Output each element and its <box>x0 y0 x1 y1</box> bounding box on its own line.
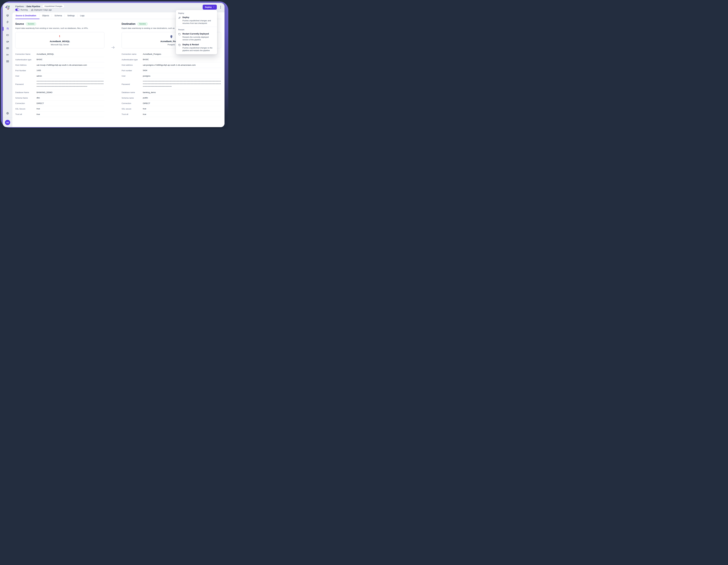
apps-grid-icon <box>6 60 9 63</box>
toggle-knob <box>17 9 19 11</box>
field-label: Schema Name <box>15 95 37 101</box>
field-label: SSL Secure <box>15 106 37 112</box>
status-divider <box>29 9 29 11</box>
field-label: Connection <box>122 101 143 106</box>
panel-icon <box>6 33 9 37</box>
field-row: Trust all true <box>15 112 104 117</box>
source-description: Import data seamlessly from existing or … <box>15 27 104 29</box>
sidebar-item-key[interactable] <box>6 40 9 44</box>
source-connection-name: AcmeBank_MSSQL <box>50 40 70 43</box>
table-icon <box>6 47 9 50</box>
tab-settings[interactable]: Settings <box>65 12 77 19</box>
sidebar-item-pipelines[interactable] <box>6 27 9 31</box>
sidebar-item-apps[interactable] <box>6 60 9 63</box>
field-row: Connection DIRECT <box>122 101 221 106</box>
pipeline-arrows-icon <box>6 27 9 31</box>
field-label: SSL secure <box>122 106 143 112</box>
field-value: uat-postgres.c7o660qyc4qh.ap-south-1.rds… <box>143 62 221 68</box>
flow-arrow <box>104 22 122 117</box>
sidebar-item-settings[interactable] <box>6 112 9 115</box>
tab-schema[interactable]: Schema <box>52 12 65 19</box>
user-avatar[interactable]: VK <box>5 120 10 125</box>
field-label: User <box>15 73 37 79</box>
source-connection-card[interactable]: AcmeBank_MSSQL Microsoft SQL Server <box>15 32 104 48</box>
app-window: VK Pipelines/Data Pipeline Unpublished C… <box>3 3 225 127</box>
mssql-icon <box>58 35 62 39</box>
running-toggle[interactable] <box>15 9 19 11</box>
field-row: Schema Name dbo <box>15 95 104 101</box>
field-label: Schema name <box>122 95 143 101</box>
deploy-restart-icon <box>178 43 181 52</box>
more-menu-button[interactable] <box>219 5 222 9</box>
field-label: Database Name <box>15 90 37 95</box>
deploy-button-label: Deploy <box>205 6 212 8</box>
field-value: public <box>143 95 221 101</box>
field-value: true <box>143 106 221 112</box>
field-row: Authentication type BASIC <box>122 57 221 62</box>
breadcrumb: Pipelines/Data Pipeline <box>15 5 40 8</box>
source-status-badge: Success <box>26 22 36 26</box>
field-value: dbo <box>37 95 104 101</box>
field-value: DIRECT <box>37 101 104 106</box>
postgres-icon <box>169 35 173 39</box>
field-row: Port number 5434 <box>122 68 221 73</box>
menu-item-restart-currently-deployed[interactable]: Restart Currently Deployed Restarts the … <box>176 31 217 42</box>
field-row: User admin <box>15 73 104 79</box>
field-row: Database Name BANKING_DEMO <box>15 90 104 95</box>
source-connection-type: Microsoft SQL Server <box>51 44 69 46</box>
deploy-button[interactable]: Deploy <box>203 5 217 10</box>
field-row: Host Address uat-mssql.c7o660qyc4qh.ap-s… <box>15 62 104 68</box>
field-row: Host address uat-postgres.c7o660qyc4qh.a… <box>122 62 221 68</box>
field-label: Trust all <box>122 112 143 117</box>
field-value: BASIC <box>37 57 104 62</box>
sidebar-nav <box>6 14 9 63</box>
field-row: Trust all true <box>122 112 221 117</box>
breadcrumb-section[interactable]: Pipelines <box>15 5 24 8</box>
brand-logo-icon[interactable] <box>5 5 10 10</box>
page-title: Data Pipeline <box>26 5 40 8</box>
field-value: true <box>143 112 221 117</box>
sidebar-item-panel[interactable] <box>6 34 9 37</box>
field-value: ****************************************… <box>37 79 104 90</box>
field-value: true <box>37 112 104 117</box>
version-link[interactable]: V5 <box>31 9 33 11</box>
field-value: DIRECT <box>143 101 221 106</box>
field-row: Connection DIRECT <box>15 101 104 106</box>
menu-item-deploy-restart[interactable]: Deploy & Restart Pushes unpublished chan… <box>176 42 217 53</box>
field-value: 1435 <box>37 68 104 73</box>
field-value: BASIC <box>143 57 221 62</box>
field-value: 5434 <box>143 68 221 73</box>
destination-status-badge: Success <box>137 22 148 26</box>
arrow-right-icon <box>111 46 115 117</box>
field-label: Password <box>15 79 37 90</box>
field-value: uat-mssql.c7o660qyc4qh.ap-south-1.rds.am… <box>37 62 104 68</box>
field-label: Connection name <box>122 51 143 57</box>
more-vertical-icon <box>220 6 221 6</box>
tab-objects[interactable]: Objects <box>40 12 52 19</box>
field-row: Schema name public <box>122 95 221 101</box>
field-value: BANKING_DEMO <box>37 90 104 95</box>
source-title: Source <box>15 22 24 25</box>
sidebar-item-zap[interactable] <box>6 21 9 24</box>
destination-fields: Connection name AcmeBank_Postgres Authen… <box>122 51 221 117</box>
sidebar-item-table[interactable] <box>6 47 9 50</box>
field-row: SSL Secure true <box>15 106 104 112</box>
chevron-down-icon <box>213 6 215 8</box>
field-label: Trust all <box>15 112 37 117</box>
tab-logs[interactable]: Logs <box>77 12 87 19</box>
unpublished-changes-badge: Unpublished Changes <box>43 5 64 8</box>
field-row: Password *******************************… <box>15 79 104 90</box>
sidebar-item-sparkles[interactable] <box>6 53 9 57</box>
field-value: admin <box>37 73 104 79</box>
deployed-info: Deployed 4 days ago <box>34 9 52 11</box>
sidebar-item-layers[interactable] <box>6 14 9 17</box>
destination-title: Destination <box>122 22 135 25</box>
menu-item-deploy[interactable]: Deploy Pushes unpublished changes and re… <box>176 15 217 26</box>
field-label: Host address <box>122 62 143 68</box>
tab-source-destination[interactable]: Source & Destination <box>15 12 39 19</box>
field-row: Database name banking_demo <box>122 90 221 95</box>
rocket-icon <box>178 16 181 25</box>
field-row: Connection Name AcmeBank_MSSQL <box>15 51 104 57</box>
sparkles-filter-icon <box>6 53 9 57</box>
field-row: Password *******************************… <box>122 79 221 90</box>
